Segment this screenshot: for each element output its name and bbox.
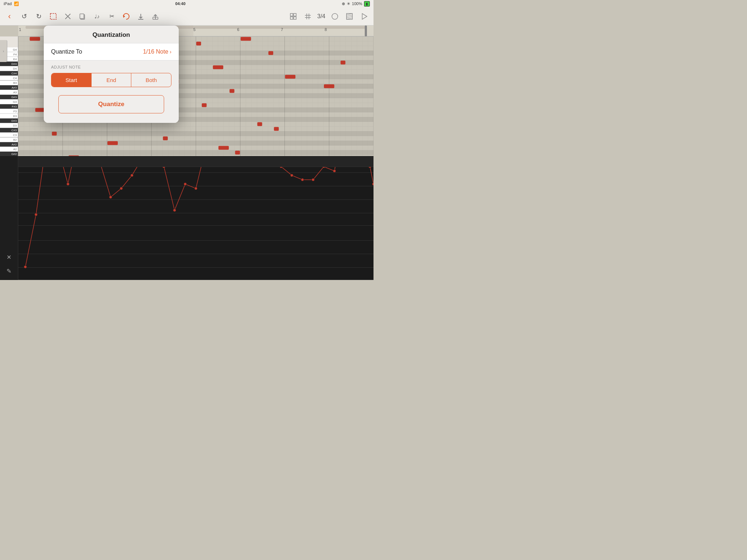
segment-start-button[interactable]: Start [51,73,92,87]
piano-key-F3[interactable]: F3 [0,109,18,114]
loop-button[interactable] [120,10,133,23]
notes-button[interactable]: ♩♪ [90,10,104,23]
svg-rect-10 [290,17,293,19]
svg-point-39 [194,187,197,190]
svg-rect-4 [80,14,84,19]
velocity-section: ▾ 127 112 96 80 64 48 32 16 0 12 - Effec… [0,156,374,280]
popup-body: Quantize To 1/16 Note › ADJUST NOTE Star… [44,43,179,123]
share-button[interactable] [149,10,162,23]
play-button[interactable] [357,10,371,23]
svg-point-23 [24,265,27,268]
piano-key-Cs4[interactable]: C#4 [0,71,18,76]
svg-point-24 [35,213,38,216]
quantization-popup: Quantization Quantize To 1/16 Note › ADJ… [44,26,179,123]
svg-line-20 [347,16,352,18]
svg-point-32 [120,187,123,190]
quantize-to-label: Quantize To [51,48,82,55]
grid1-button[interactable] [287,10,300,23]
ruler-mark-7: 7 [281,27,283,32]
piano-key-Fs3[interactable]: F#3 [0,104,18,109]
piano-key-C3[interactable]: C3 [0,133,18,137]
svg-point-38 [184,183,187,186]
time-display: 04:40 [175,1,185,6]
ruler-mark-6: 6 [237,27,239,32]
piano-expand-button[interactable]: › [0,40,7,62]
svg-rect-11 [294,17,296,19]
piano-key-A2[interactable]: A2 [0,147,18,152]
popup-title: Quantization [44,26,179,43]
piano-key-B3[interactable]: B3 [0,81,18,85]
close-bottom-button[interactable]: ✕ [4,252,15,262]
piano-key-As3[interactable]: A#3 [0,85,18,90]
svg-marker-5 [123,15,125,18]
quantize-to-row: Quantize To 1/16 Note › [44,43,179,61]
scissors-button[interactable]: ✂ [105,10,118,23]
pattern-button[interactable] [343,10,356,23]
select-button[interactable] [47,10,60,23]
back-button[interactable]: ‹ [3,10,16,23]
piano-key-D3[interactable]: D3 [0,123,18,128]
piano-key-As2[interactable]: A#2 [0,142,18,147]
piano-key-B2[interactable]: B2 [0,137,18,142]
toolbar: ‹ ↺ ↻ ♩♪ ✂ 3/4 [0,7,374,26]
svg-point-16 [332,13,338,19]
svg-point-36 [162,167,165,168]
velocity-svg [18,167,374,280]
redo-button[interactable]: ↻ [32,10,45,23]
ruler-mark-8: 8 [325,27,327,32]
circle-button[interactable] [328,10,341,23]
svg-point-27 [66,183,69,186]
bottom-controls: ✕ ✎ [0,156,18,280]
undo-button[interactable]: ↺ [18,10,31,23]
piano-key-Gs2[interactable]: G#2 [0,152,18,156]
piano-key-E3[interactable]: E3 [0,114,18,118]
quantize-value-text: 1/16 Note [143,48,168,55]
ipad-label: iPad [4,1,12,6]
segment-control: Start End Both [51,73,171,87]
chevron-right-icon: › [170,49,171,55]
svg-point-57 [368,167,371,168]
edit-bottom-button[interactable]: ✎ [4,265,15,276]
svg-line-19 [347,15,352,16]
svg-point-52 [333,170,336,172]
battery-percent: 100% [352,1,362,6]
svg-point-37 [173,209,176,212]
svg-point-58 [372,183,374,186]
quantize-button[interactable]: Quantize [58,95,164,113]
svg-point-50 [311,178,314,181]
ruler-mark-1: 1 [19,27,21,32]
adjust-note-label: ADJUST NOTE [51,65,171,69]
grid2-button[interactable] [301,10,314,23]
location-icon: ⊕ [342,1,345,6]
segment-both-button[interactable]: Both [131,73,171,87]
piano-key-D4[interactable]: D4 [0,66,18,71]
velocity-header: ▾ [0,156,374,167]
piano-key-C4[interactable]: C4 [0,76,18,81]
svg-rect-9 [294,13,296,16]
delete-button[interactable] [61,10,74,23]
piano-key-Cs3[interactable]: C#3 [0,128,18,133]
loop-end-handle[interactable] [365,26,367,36]
piano-key-Gs3[interactable]: G#3 [0,95,18,100]
adjust-note-section: ADJUST NOTE Start End Both Quantize [44,61,179,123]
svg-marker-22 [362,13,367,19]
quantize-value-button[interactable]: 1/16 Note › [143,48,171,55]
svg-point-47 [280,167,283,168]
svg-point-49 [301,178,304,181]
status-right: ⊕ ✳ 100% ▮ [342,1,370,7]
download-button[interactable] [134,10,147,23]
time-signature: 3/4 [316,13,327,20]
piano-key-Ds4[interactable]: D#4 [0,62,18,66]
svg-point-33 [131,174,133,177]
velocity-chart[interactable] [18,167,374,280]
copy-button[interactable] [76,10,89,23]
wifi-icon: 📶 [14,1,19,6]
svg-rect-8 [290,13,293,16]
piano-key-A3[interactable]: A3 [0,90,18,95]
piano-key-Ds3[interactable]: D#3 [0,118,18,123]
battery-icon: ▮ [364,1,370,7]
svg-point-31 [109,196,112,199]
segment-end-button[interactable]: End [92,73,132,87]
svg-point-48 [290,174,293,177]
piano-key-G3[interactable]: G3 [0,100,18,104]
